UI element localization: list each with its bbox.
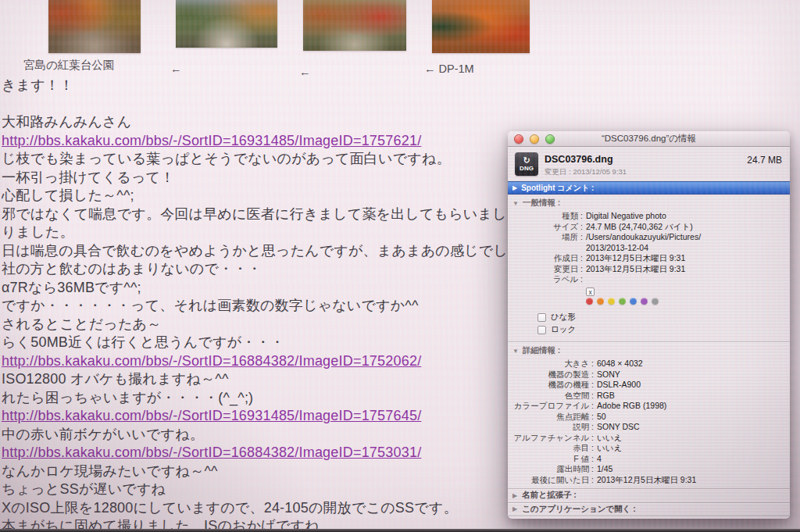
info-row-label: 機器の機種 : <box>508 380 594 391</box>
info-row-value: SONY <box>597 370 790 380</box>
thumbnail-caption: 宮島の紅葉台公園 <box>23 58 114 73</box>
checkbox-row[interactable]: ひな形 <box>508 311 790 323</box>
info-row-value: 1/45 <box>597 464 790 475</box>
collapsed-sections: ▶名前と拡張子 :▶このアプリケーションで開く :▶プレビュー :▶共有とアクセ… <box>508 488 790 518</box>
info-row-label: 色空間 : <box>508 391 594 402</box>
collapsed-section[interactable]: ▶名前と拡張子 : <box>508 488 790 502</box>
info-row-value: いいえ <box>597 443 790 454</box>
label-color-dot[interactable] <box>597 298 604 305</box>
more-info-section: ▼ 詳細情報 : 大きさ :6048 × 4032機器の製造 :SONY機器の機… <box>508 342 790 485</box>
info-row-value: 2013年12月5日木曜日 9:31 <box>586 253 790 264</box>
section-label: プレビュー : <box>522 517 569 518</box>
labels-row: ラベル : x <box>508 274 790 306</box>
section-label: 名前と拡張子 : <box>522 490 577 501</box>
info-window[interactable]: “DSC03796.dng”の情報 ↻ DNG DSC03796.dng 変更日… <box>508 131 790 519</box>
checkbox[interactable] <box>538 326 546 334</box>
info-row-value: 2013年12月5日木曜日 9:31 <box>586 264 790 275</box>
info-row: サイズ :24.7 MB (24,740,362 バイト) <box>508 222 790 233</box>
dng-file-icon: ↻ DNG <box>515 152 538 176</box>
label-color-picker: x <box>586 274 790 306</box>
window-titlebar[interactable]: “DSC03796.dng”の情報 <box>508 131 790 147</box>
info-row-value: RGB <box>597 391 790 402</box>
disclosure-triangle-icon[interactable]: ▼ <box>512 200 519 207</box>
info-row: 色空間 :RGB <box>508 391 790 402</box>
file-modified-date: 変更日 : 2013/12/05 9:31 <box>545 167 747 177</box>
info-row-value: 24.7 MB (24,740,362 バイト) <box>586 222 790 233</box>
file-header: ↻ DNG DSC03796.dng 変更日 : 2013/12/05 9:31… <box>508 147 790 181</box>
more-info-rows: 大きさ :6048 × 4032機器の製造 :SONY機器の機種 :DSLR-A… <box>508 359 790 485</box>
disclosure-triangle-icon[interactable]: ▶ <box>512 505 517 512</box>
info-row: 露出時間 :1/45 <box>508 464 790 475</box>
info-row: 種類 :Digital Negative photo <box>508 211 790 222</box>
label-color-dot[interactable] <box>652 298 659 305</box>
info-row-label: 機器の製造 : <box>508 370 594 380</box>
minimize-button[interactable] <box>530 134 539 144</box>
disclosure-triangle-icon[interactable]: ▶ <box>512 184 517 191</box>
checkbox-label: ロック <box>551 324 576 335</box>
label-color-dot[interactable] <box>641 298 648 305</box>
info-row-label: アルファチャンネル : <box>508 433 594 444</box>
info-row-label: サイズ : <box>508 222 583 233</box>
screen-bezel-edge <box>0 529 800 532</box>
info-row-label: F 値 : <box>508 454 594 465</box>
info-row: 場所 :/Users/andoukazuyuki/Pictures/ 2013/… <box>508 232 790 253</box>
spotlight-comments-label: Spotlight コメント : <box>521 183 594 194</box>
info-row: カラープロファイル :Adobe RGB (1998) <box>508 401 790 412</box>
section-label: このアプリケーションで開く : <box>522 504 636 515</box>
disclosure-triangle-icon[interactable]: ▼ <box>512 348 519 355</box>
info-row: 最後に開いた日 :2013年12月5日木曜日 9:31 <box>508 475 790 486</box>
collapsed-section[interactable]: ▶プレビュー : <box>508 516 790 518</box>
info-row-value: 2013年12月5日木曜日 9:31 <box>597 475 790 486</box>
info-row: 説明 :SONY DSC <box>508 422 790 433</box>
info-row: 機器の機種 :DSLR-A900 <box>508 380 790 391</box>
label-color-dot[interactable] <box>586 298 593 305</box>
info-row: アルファチャンネル :いいえ <box>508 433 790 444</box>
general-info-header[interactable]: ▼ 一般情報 : <box>508 195 790 211</box>
info-row-value: 4 <box>597 454 790 465</box>
info-row: 機器の製造 :SONY <box>508 370 790 380</box>
info-row-label: 最後に開いた日 : <box>508 475 594 486</box>
spotlight-comments-section[interactable]: ▶ Spotlight コメント : <box>508 181 790 195</box>
forum-text-line <box>2 95 800 114</box>
window-body: ↻ DNG DSC03796.dng 変更日 : 2013/12/05 9:31… <box>508 147 790 518</box>
screen: 宮島の紅葉台公園 ← ← ← DP-1M きます！！大和路みんみんさんhttp:… <box>0 0 800 532</box>
info-row: 変更日 :2013年12月5日木曜日 9:31 <box>508 264 790 275</box>
checkbox-row[interactable]: ロック <box>508 323 790 336</box>
thumbnail-photo[interactable] <box>176 0 277 48</box>
more-info-header[interactable]: ▼ 詳細情報 : <box>508 342 790 359</box>
info-row: 作成日 :2013年12月5日木曜日 9:31 <box>508 253 790 264</box>
file-name: DSC03796.dng <box>545 154 747 165</box>
info-row: 赤目 :いいえ <box>508 443 790 454</box>
general-info-label: 一般情報 : <box>523 198 560 209</box>
close-button[interactable] <box>514 134 523 144</box>
info-row-label: 変更日 : <box>508 264 583 275</box>
disclosure-triangle-icon[interactable]: ▶ <box>512 492 517 499</box>
info-row-label: 焦点距離 : <box>508 412 594 423</box>
zoom-button[interactable] <box>545 134 555 144</box>
label-color-dot[interactable] <box>608 298 615 305</box>
checkbox[interactable] <box>538 313 546 322</box>
info-row-label: 場所 : <box>508 232 583 253</box>
info-row-value: SONY DSC <box>597 422 790 433</box>
label-color-dot[interactable] <box>619 298 626 305</box>
general-info-section: ▼ 一般情報 : 種類 :Digital Negative photoサイズ :… <box>508 195 790 337</box>
info-row-value: /Users/andoukazuyuki/Pictures/ 2013/2013… <box>586 232 790 253</box>
label-none-button[interactable]: x <box>586 287 595 296</box>
thumbnail-caption: ← DP-1M <box>424 62 474 75</box>
info-row-label: 赤目 : <box>508 443 594 454</box>
info-row-label: カラープロファイル : <box>508 401 594 412</box>
info-row-value: DSLR-A900 <box>597 380 790 391</box>
info-row-value: 50 <box>597 412 790 423</box>
forum-text-line: きます！！ <box>2 77 800 95</box>
thumbnail-photo[interactable] <box>432 0 530 53</box>
info-row-value: いいえ <box>597 433 790 444</box>
dng-icon-label: DNG <box>520 165 534 172</box>
label-color-dot[interactable] <box>630 298 637 305</box>
collapsed-section[interactable]: ▶このアプリケーションで開く : <box>508 502 790 516</box>
more-info-label: 詳細情報 : <box>523 345 560 356</box>
recycle-glyph-icon: ↻ <box>523 156 530 165</box>
thumbnail-photo[interactable] <box>303 0 406 51</box>
forum-text-line: 大和路みんみんさん <box>2 113 800 132</box>
info-row-value: 6048 × 4032 <box>597 359 790 370</box>
thumbnail-photo[interactable] <box>48 0 141 53</box>
